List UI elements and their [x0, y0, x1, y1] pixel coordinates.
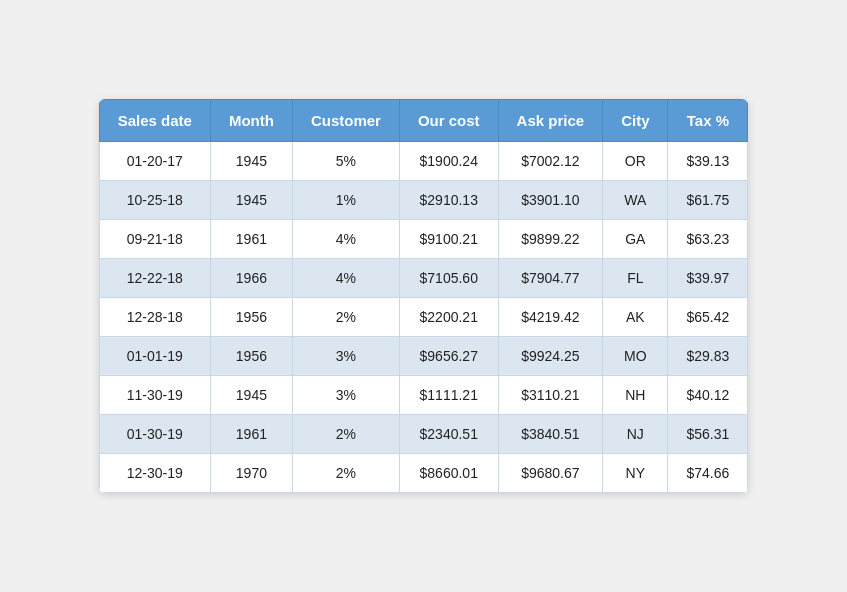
- table-row: 12-30-1919702%$8660.01$9680.67NY$74.66: [99, 454, 748, 493]
- header-cell-our_cost: Our cost: [399, 100, 498, 142]
- cell-customer: 2%: [292, 454, 399, 493]
- cell-customer: 3%: [292, 337, 399, 376]
- cell-tax: $61.75: [668, 181, 748, 220]
- cell-our_cost: $1900.24: [399, 142, 498, 181]
- cell-city: NJ: [603, 415, 668, 454]
- table-body: 01-20-1719455%$1900.24$7002.12OR$39.1310…: [99, 142, 748, 493]
- cell-our_cost: $2910.13: [399, 181, 498, 220]
- cell-sales_date: 12-22-18: [99, 259, 210, 298]
- table-row: 10-25-1819451%$2910.13$3901.10WA$61.75: [99, 181, 748, 220]
- header-row: Sales dateMonthCustomerOur costAsk price…: [99, 100, 748, 142]
- table-row: 01-20-1719455%$1900.24$7002.12OR$39.13: [99, 142, 748, 181]
- table-row: 11-30-1919453%$1111.21$3110.21NH$40.12: [99, 376, 748, 415]
- cell-month: 1956: [210, 298, 292, 337]
- header-cell-customer: Customer: [292, 100, 399, 142]
- cell-city: AK: [603, 298, 668, 337]
- cell-sales_date: 10-25-18: [99, 181, 210, 220]
- cell-sales_date: 11-30-19: [99, 376, 210, 415]
- header-cell-city: City: [603, 100, 668, 142]
- cell-month: 1945: [210, 142, 292, 181]
- cell-sales_date: 01-01-19: [99, 337, 210, 376]
- cell-month: 1945: [210, 181, 292, 220]
- cell-city: GA: [603, 220, 668, 259]
- cell-our_cost: $8660.01: [399, 454, 498, 493]
- cell-tax: $65.42: [668, 298, 748, 337]
- sales-table: Sales dateMonthCustomerOur costAsk price…: [99, 99, 749, 493]
- cell-customer: 2%: [292, 415, 399, 454]
- header-cell-month: Month: [210, 100, 292, 142]
- cell-tax: $39.13: [668, 142, 748, 181]
- cell-customer: 3%: [292, 376, 399, 415]
- cell-tax: $40.12: [668, 376, 748, 415]
- cell-ask_price: $7002.12: [498, 142, 603, 181]
- cell-ask_price: $3110.21: [498, 376, 603, 415]
- cell-sales_date: 12-28-18: [99, 298, 210, 337]
- cell-city: OR: [603, 142, 668, 181]
- cell-sales_date: 12-30-19: [99, 454, 210, 493]
- cell-customer: 1%: [292, 181, 399, 220]
- cell-tax: $29.83: [668, 337, 748, 376]
- cell-our_cost: $9100.21: [399, 220, 498, 259]
- table-header: Sales dateMonthCustomerOur costAsk price…: [99, 100, 748, 142]
- table-row: 09-21-1819614%$9100.21$9899.22GA$63.23: [99, 220, 748, 259]
- cell-tax: $74.66: [668, 454, 748, 493]
- cell-sales_date: 01-30-19: [99, 415, 210, 454]
- header-cell-sales_date: Sales date: [99, 100, 210, 142]
- header-cell-ask_price: Ask price: [498, 100, 603, 142]
- cell-month: 1961: [210, 415, 292, 454]
- table-row: 01-01-1919563%$9656.27$9924.25MO$29.83: [99, 337, 748, 376]
- cell-month: 1970: [210, 454, 292, 493]
- cell-month: 1961: [210, 220, 292, 259]
- cell-our_cost: $7105.60: [399, 259, 498, 298]
- cell-our_cost: $2200.21: [399, 298, 498, 337]
- table-row: 12-22-1819664%$7105.60$7904.77FL$39.97: [99, 259, 748, 298]
- cell-tax: $39.97: [668, 259, 748, 298]
- cell-month: 1966: [210, 259, 292, 298]
- cell-ask_price: $9899.22: [498, 220, 603, 259]
- cell-city: FL: [603, 259, 668, 298]
- cell-ask_price: $3840.51: [498, 415, 603, 454]
- table-row: 12-28-1819562%$2200.21$4219.42AK$65.42: [99, 298, 748, 337]
- cell-ask_price: $9680.67: [498, 454, 603, 493]
- cell-sales_date: 01-20-17: [99, 142, 210, 181]
- cell-sales_date: 09-21-18: [99, 220, 210, 259]
- header-cell-tax: Tax %: [668, 100, 748, 142]
- cell-city: MO: [603, 337, 668, 376]
- cell-customer: 4%: [292, 259, 399, 298]
- cell-customer: 2%: [292, 298, 399, 337]
- sales-table-container: Sales dateMonthCustomerOur costAsk price…: [99, 99, 749, 493]
- cell-tax: $56.31: [668, 415, 748, 454]
- cell-city: WA: [603, 181, 668, 220]
- cell-month: 1945: [210, 376, 292, 415]
- cell-ask_price: $7904.77: [498, 259, 603, 298]
- cell-month: 1956: [210, 337, 292, 376]
- cell-our_cost: $9656.27: [399, 337, 498, 376]
- cell-city: NY: [603, 454, 668, 493]
- cell-ask_price: $9924.25: [498, 337, 603, 376]
- cell-tax: $63.23: [668, 220, 748, 259]
- cell-customer: 4%: [292, 220, 399, 259]
- table-row: 01-30-1919612%$2340.51$3840.51NJ$56.31: [99, 415, 748, 454]
- cell-city: NH: [603, 376, 668, 415]
- cell-ask_price: $3901.10: [498, 181, 603, 220]
- cell-customer: 5%: [292, 142, 399, 181]
- cell-ask_price: $4219.42: [498, 298, 603, 337]
- cell-our_cost: $1111.21: [399, 376, 498, 415]
- cell-our_cost: $2340.51: [399, 415, 498, 454]
